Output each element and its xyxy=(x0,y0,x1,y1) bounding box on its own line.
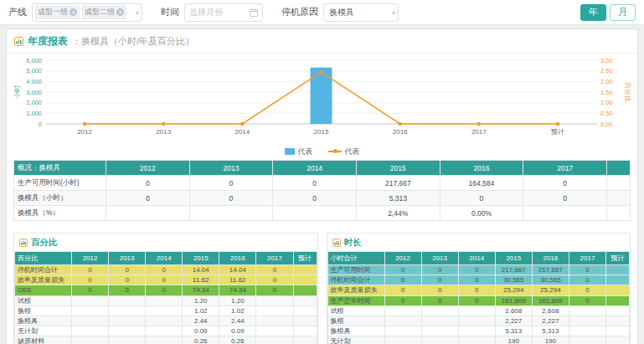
row-label: 无计划 xyxy=(327,336,384,344)
hours-table: 小时合计201220132014201520162017预计生产可用时间0002… xyxy=(327,251,631,344)
cell-value: 0 xyxy=(440,191,523,206)
cell-value xyxy=(458,316,495,326)
cell-value: 0.26 xyxy=(219,336,256,344)
cell-value xyxy=(146,316,183,326)
cell-value xyxy=(146,295,183,305)
table-row: 换模1.021.02 xyxy=(15,305,317,316)
cell-value: 1.20 xyxy=(219,295,256,305)
svg-text:0: 0 xyxy=(39,121,42,128)
detail-panels: 百分比 百分比201220132014201520162017预计停机时间合计0… xyxy=(13,233,631,344)
cell-value xyxy=(109,295,146,305)
svg-text:0.00: 0.00 xyxy=(600,121,613,128)
year-column-header: 2017 xyxy=(523,161,607,176)
cell-value: 2,227 xyxy=(495,316,532,326)
cell-value: 0.26 xyxy=(183,336,219,344)
cell-value: 0.00% xyxy=(440,206,523,221)
year-column-header: 2015 xyxy=(183,252,219,265)
chevron-down-icon: ▾ xyxy=(392,8,395,16)
report-icon xyxy=(19,239,28,247)
year-column-header: 2016 xyxy=(440,161,523,176)
svg-text:预计: 预计 xyxy=(551,128,564,136)
year-column-header: 2015 xyxy=(356,161,440,176)
cell-value xyxy=(293,275,317,285)
cell-value xyxy=(109,326,146,336)
cell-value xyxy=(606,295,630,305)
svg-text:1.50: 1.50 xyxy=(600,89,613,96)
cell-value xyxy=(606,275,630,285)
cell-value xyxy=(523,206,607,221)
svg-text:2015: 2015 xyxy=(314,128,329,136)
cell-value: 1.20 xyxy=(183,295,219,305)
svg-text:2013: 2013 xyxy=(156,128,171,136)
line-filter-label: 产线 xyxy=(8,6,27,18)
remove-tag-icon[interactable]: × xyxy=(70,8,77,16)
cell-value xyxy=(72,336,109,344)
svg-text:1.00: 1.00 xyxy=(600,99,613,106)
svg-text:2016: 2016 xyxy=(393,128,408,136)
chart-area: 6,0003.005,0002.504,0002.003,0001.502,00… xyxy=(7,54,637,157)
percent-panel-header: 百分比 xyxy=(14,234,317,251)
line-tag[interactable]: 成型二组 × xyxy=(82,6,126,19)
table-row: 生产可用时间(小时)000217,667164,5840 xyxy=(14,176,631,191)
cell-value xyxy=(607,191,631,206)
cell-value xyxy=(606,285,630,295)
cell-value: 5,313 xyxy=(495,326,532,336)
year-column-header: 预计 xyxy=(293,252,317,265)
cell-value xyxy=(293,316,317,326)
cell-value xyxy=(72,326,109,336)
line-tag[interactable]: 成型一组 × xyxy=(35,6,80,19)
year-column-header: 2014 xyxy=(273,161,357,176)
row-label: 试模 xyxy=(15,295,72,305)
cell-value xyxy=(606,265,630,275)
cell-value: 2,608 xyxy=(532,305,569,316)
cell-value xyxy=(109,336,146,344)
table-row: 换模具（%）2,44%0.00% xyxy=(14,206,631,221)
svg-text:2.00: 2.00 xyxy=(600,78,613,85)
svg-text:百分比: 百分比 xyxy=(624,82,631,102)
svg-text:3,000: 3,000 xyxy=(26,89,42,96)
cell-value: 5,313 xyxy=(356,191,440,206)
cell-value xyxy=(421,316,458,326)
month-picker-input[interactable]: 选择月份 xyxy=(184,3,263,22)
cell-value: 0 xyxy=(384,285,421,295)
cell-value: 0 xyxy=(146,275,183,285)
cell-value: 0 xyxy=(458,265,495,275)
row-label: 换模 xyxy=(15,305,72,316)
year-column-header: 2017 xyxy=(256,252,293,265)
month-button[interactable]: 月 xyxy=(610,4,636,21)
row-label: 生产正常时间 xyxy=(327,295,384,305)
cell-value: 0 xyxy=(569,275,605,285)
percent-table: 百分比201220132014201520162017预计停机时间合计00014… xyxy=(14,251,317,344)
remove-tag-icon[interactable]: × xyxy=(116,8,124,16)
year-button[interactable]: 年 xyxy=(580,4,606,21)
report-panel: 年度报表 ：换模具（小时/年及百分比） 6,0003.005,0002.504,… xyxy=(6,28,638,344)
cell-value xyxy=(421,326,458,336)
cell-value: 0 xyxy=(106,176,190,191)
cell-value: 0 xyxy=(421,275,458,285)
legend-item[interactable]: 代表 xyxy=(328,146,360,157)
cell-value: 0 xyxy=(189,176,273,191)
cell-value xyxy=(569,336,605,344)
cell-value: 0 xyxy=(523,176,607,191)
chevron-down-icon: ▾ xyxy=(136,8,139,16)
cell-value xyxy=(72,305,109,316)
reason-select[interactable]: 换模具 ▾ xyxy=(323,3,399,22)
cell-value xyxy=(293,265,317,275)
cell-value xyxy=(606,336,630,344)
cell-value xyxy=(293,285,317,295)
cell-value: 0 xyxy=(458,275,495,285)
legend-item[interactable]: 代表 xyxy=(285,146,313,157)
table-row: 效率及质量损失00011.6211.620 xyxy=(15,275,317,285)
table-row: 生产正常时间000161,809161,8090 xyxy=(327,295,630,305)
reason-filter-label: 停机原因 xyxy=(281,6,318,18)
line-multiselect[interactable]: 成型一组 × 成型二组 × ▾ xyxy=(32,3,142,22)
legend-label: 代表 xyxy=(298,146,313,157)
cell-value: 0 xyxy=(256,265,293,275)
cell-value: 0 xyxy=(72,285,109,295)
svg-text:2.50: 2.50 xyxy=(600,67,613,74)
table-row: 缺原材料0.260.26 xyxy=(15,336,317,344)
svg-text:4,000: 4,000 xyxy=(26,78,42,85)
svg-text:6,000: 6,000 xyxy=(26,57,42,64)
month-picker-placeholder: 选择月份 xyxy=(189,7,223,18)
cell-value xyxy=(109,316,146,326)
